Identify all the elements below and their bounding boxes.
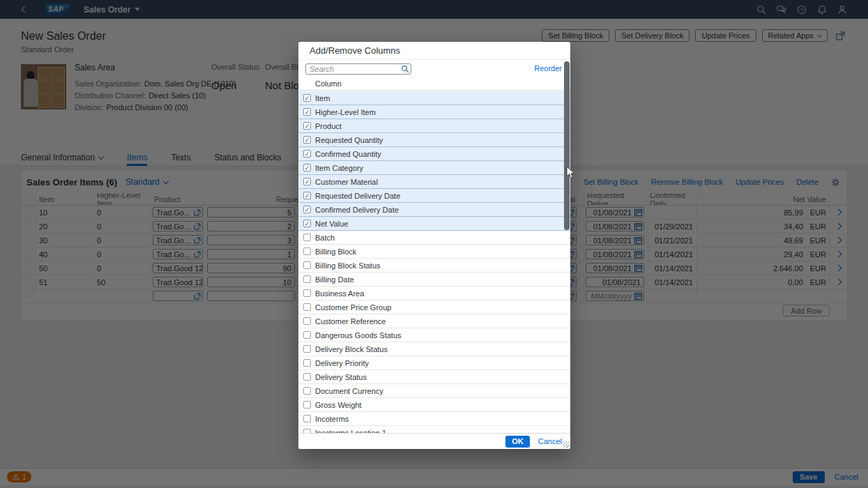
- column-checkbox[interactable]: [303, 289, 311, 297]
- column-label: Dangerous Goods Status: [315, 331, 402, 340]
- column-label: Product: [315, 122, 342, 130]
- column-label: Item Category: [315, 164, 363, 172]
- ok-button[interactable]: OK: [505, 436, 530, 448]
- dialog-column-header: Column: [298, 77, 570, 91]
- dialog-column-row[interactable]: Customer Reference: [298, 314, 570, 328]
- column-label: Batch: [315, 234, 335, 242]
- column-checkbox[interactable]: [303, 359, 311, 367]
- column-checkbox[interactable]: [303, 373, 311, 381]
- column-checkbox[interactable]: [303, 234, 311, 241]
- dialog-column-row[interactable]: ✓Requested Delivery Date: [298, 189, 570, 203]
- dialog-column-row[interactable]: Dangerous Goods Status: [298, 328, 570, 342]
- column-label: Billing Block Status: [315, 261, 381, 270]
- column-label: Billing Block: [315, 247, 356, 256]
- column-checkbox[interactable]: [303, 401, 311, 409]
- columns-search-input[interactable]: [305, 63, 411, 75]
- dialog-column-row[interactable]: Delivery Priority: [298, 356, 570, 370]
- dialog-column-row[interactable]: Billing Block: [298, 245, 570, 259]
- column-checkbox[interactable]: [303, 247, 311, 255]
- column-checkbox[interactable]: [303, 317, 311, 325]
- search-icon[interactable]: [401, 63, 409, 76]
- reorder-link[interactable]: Reorder: [534, 64, 562, 73]
- dialog-column-row[interactable]: Delivery Status: [298, 370, 570, 384]
- column-checkbox[interactable]: [303, 275, 311, 283]
- dialog-column-row[interactable]: ✓Product: [298, 119, 570, 133]
- column-label: Delivery Block Status: [315, 345, 388, 353]
- dialog-column-row[interactable]: Billing Block Status: [298, 259, 570, 273]
- dialog-title: Add/Remove Columns: [298, 42, 570, 60]
- dialog-column-row[interactable]: ✓Customer Material: [298, 175, 570, 189]
- dialog-column-row[interactable]: ✓Requested Quantity: [298, 133, 570, 147]
- dialog-column-row[interactable]: ✓Item Category: [298, 161, 570, 175]
- add-remove-columns-dialog: Add/Remove Columns Reorder Column ✓Item✓…: [298, 42, 570, 449]
- dialog-column-row[interactable]: Customer Price Group: [298, 300, 570, 314]
- column-checkbox[interactable]: ✓: [303, 136, 311, 144]
- column-checkbox[interactable]: ✓: [303, 206, 311, 213]
- column-checkbox[interactable]: ✓: [303, 94, 311, 102]
- column-checkbox[interactable]: [303, 387, 311, 395]
- column-label: Item: [315, 94, 330, 102]
- column-checkbox[interactable]: ✓: [303, 192, 311, 199]
- column-checkbox[interactable]: ✓: [303, 108, 311, 116]
- dialog-cancel-button[interactable]: Cancel: [538, 437, 562, 445]
- column-checkbox[interactable]: ✓: [303, 178, 311, 185]
- dialog-column-row[interactable]: Batch: [298, 231, 570, 245]
- column-label: Confirmed Quantity: [315, 150, 381, 158]
- column-label: Requested Quantity: [315, 136, 383, 144]
- dialog-column-row[interactable]: Document Currency: [298, 384, 570, 398]
- column-label: Delivery Priority: [315, 359, 369, 367]
- dialog-column-row[interactable]: Incoterms: [298, 412, 570, 426]
- column-checkbox[interactable]: [303, 261, 311, 269]
- dialog-column-row[interactable]: Delivery Block Status: [298, 342, 570, 356]
- column-checkbox[interactable]: ✓: [303, 122, 311, 130]
- column-label: Customer Reference: [315, 317, 386, 326]
- dialog-scrollbar-thumb[interactable]: [564, 61, 570, 230]
- column-checkbox[interactable]: [303, 345, 311, 353]
- column-checkbox[interactable]: [303, 303, 311, 311]
- column-label: Higher-Level Item: [315, 108, 376, 116]
- column-checkbox[interactable]: ✓: [303, 164, 311, 171]
- dialog-column-row[interactable]: Incoterms Location 1: [298, 426, 570, 433]
- dialog-column-row[interactable]: Gross Weight: [298, 398, 570, 412]
- column-label: Gross Weight: [315, 401, 361, 409]
- column-label: Incoterms: [315, 415, 349, 423]
- dialog-column-row[interactable]: ✓Higher-Level Item: [298, 105, 570, 119]
- column-label: Billing Date: [315, 275, 354, 284]
- column-label: Document Currency: [315, 387, 383, 395]
- column-label: Delivery Status: [315, 373, 367, 381]
- dialog-column-row[interactable]: ✓Net Value: [298, 217, 570, 231]
- column-checkbox[interactable]: ✓: [303, 150, 311, 158]
- column-label: Net Value: [315, 220, 349, 228]
- dialog-column-row[interactable]: Billing Date: [298, 273, 570, 287]
- dialog-columns-list: ✓Item✓Higher-Level Item✓Product✓Requeste…: [298, 91, 570, 433]
- dialog-column-row[interactable]: Business Area: [298, 287, 570, 300]
- dialog-column-row[interactable]: ✓Confirmed Quantity: [298, 147, 570, 161]
- dialog-column-row[interactable]: ✓Confirmed Delivery Date: [298, 203, 570, 217]
- column-label: Confirmed Delivery Date: [315, 206, 399, 214]
- dialog-column-row[interactable]: ✓Item: [298, 91, 570, 105]
- column-label: Business Area: [315, 289, 364, 298]
- column-checkbox[interactable]: [303, 331, 311, 339]
- column-label: Requested Delivery Date: [315, 192, 400, 200]
- column-checkbox[interactable]: ✓: [303, 220, 311, 227]
- column-label: Customer Material: [315, 178, 378, 186]
- column-checkbox[interactable]: [303, 415, 311, 422]
- column-label: Customer Price Group: [315, 303, 391, 312]
- sap-sales-order-screen: SAP Sales Order ? New Sales Order S: [0, 0, 868, 488]
- dialog-resize-grip[interactable]: [563, 441, 569, 448]
